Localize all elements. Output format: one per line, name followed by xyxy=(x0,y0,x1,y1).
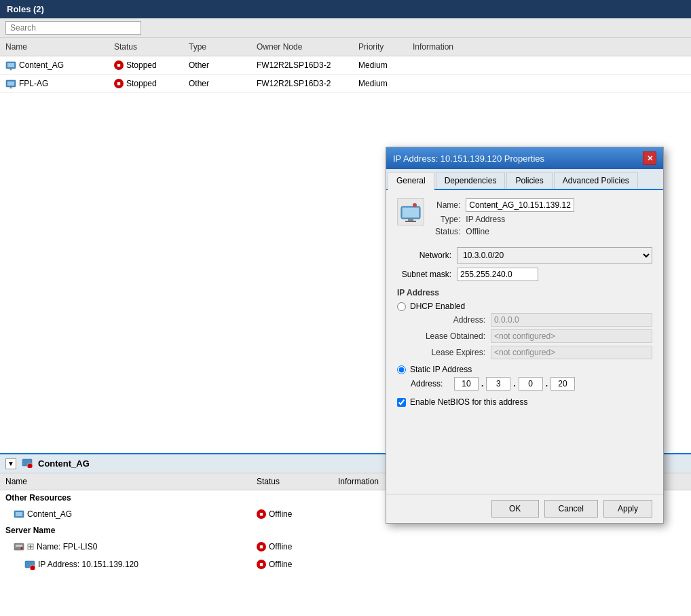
row-priority-fpl-ag: Medium xyxy=(353,77,407,90)
netbios-label[interactable]: Enable NetBIOS for this address xyxy=(410,397,527,407)
item-info-ip xyxy=(333,563,691,566)
list-item[interactable]: Name: FPL-LIS0 ■ Offline xyxy=(0,538,691,556)
expand-button[interactable]: ▼ xyxy=(5,458,16,469)
ip-address-section-title: IP Address xyxy=(397,288,652,297)
role-icon xyxy=(5,60,16,71)
svg-rect-8 xyxy=(408,219,413,221)
offline-icon: ■ xyxy=(257,542,266,551)
ok-button[interactable]: OK xyxy=(491,500,539,518)
server-name-label: Server Name xyxy=(0,523,691,538)
lease-obtained-field xyxy=(491,329,652,343)
search-bar xyxy=(0,18,691,38)
name-label: Name: xyxy=(435,200,460,210)
radio-group: DHCP Enabled Address: Lease Obtained: Le… xyxy=(397,302,652,391)
tab-dependencies[interactable]: Dependencies xyxy=(436,172,506,189)
dialog-close-button[interactable]: ✕ xyxy=(643,151,656,165)
dialog-title-bar: IP Address: 10.151.139.120 Properties ✕ xyxy=(386,147,663,169)
dialog-footer: OK Cancel Apply xyxy=(386,494,663,523)
svg-rect-16 xyxy=(16,545,22,547)
network-select[interactable]: 10.3.0.0/20 xyxy=(457,247,652,264)
col-header-info: Information xyxy=(407,41,691,53)
lease-obtained-label: Lease Obtained: xyxy=(411,331,485,341)
ip-dot-1: . xyxy=(481,379,483,388)
type-label: Type: xyxy=(435,215,460,224)
dhcp-label[interactable]: DHCP Enabled xyxy=(410,302,465,311)
bottom-panel-icon xyxy=(22,457,33,470)
item-info-fpl-lis0 xyxy=(333,545,691,548)
static-radio[interactable] xyxy=(397,365,406,374)
svg-rect-14 xyxy=(16,512,22,516)
ip-octet-4[interactable] xyxy=(550,377,575,391)
resource-icon xyxy=(14,509,24,520)
status-label: Status: xyxy=(435,227,460,236)
col-header-priority: Priority xyxy=(353,41,407,53)
static-address-label: Address: xyxy=(411,379,451,388)
svg-rect-7 xyxy=(403,208,419,217)
row-type-content-ag: Other xyxy=(183,59,251,71)
svg-point-2 xyxy=(10,69,12,71)
subnet-input[interactable] xyxy=(457,268,538,281)
tab-advanced-policies[interactable]: Advanced Policies xyxy=(554,172,638,189)
name-input[interactable] xyxy=(466,198,574,212)
static-label[interactable]: Static IP Address xyxy=(410,365,472,374)
row-priority-content-ag: Medium xyxy=(353,59,407,71)
stop-icon: ■ xyxy=(114,60,124,70)
item-name-content-ag: Content_AG xyxy=(0,507,251,521)
subnet-label: Subnet mask: xyxy=(397,270,451,279)
dialog-tabs: General Dependencies Policies Advanced P… xyxy=(386,169,663,190)
row-content-ag-name: Content_AG xyxy=(19,60,64,70)
ip-dot-3: . xyxy=(546,379,548,388)
svg-point-10 xyxy=(413,203,417,207)
row-status-fpl-ag: ■ Stopped xyxy=(109,77,183,90)
status-value: Offline xyxy=(466,227,574,236)
dhcp-radio[interactable] xyxy=(397,302,406,311)
apply-button[interactable]: Apply xyxy=(603,500,652,518)
offline-icon: ■ xyxy=(257,560,266,569)
table-row[interactable]: FPL-AG ■ Stopped Other FW12R2LSP16D3-2 M… xyxy=(0,75,691,93)
lease-expires-field xyxy=(491,346,652,359)
table-header: Name Status Type Owner Node Priority Inf… xyxy=(0,38,691,56)
server-icon xyxy=(14,541,24,552)
network-row: Network: 10.3.0.0/20 xyxy=(397,247,652,264)
subnet-row: Subnet mask: xyxy=(397,268,652,281)
dhcp-radio-row: DHCP Enabled xyxy=(397,302,652,311)
search-input[interactable] xyxy=(5,21,141,35)
cancel-button[interactable]: Cancel xyxy=(544,500,598,518)
row-type-fpl-ag: Other xyxy=(183,77,251,90)
item-status-ip: ■ Offline xyxy=(251,558,333,570)
table-row[interactable]: Content_AG ■ Stopped Other FW12R2LSP16D3… xyxy=(0,56,691,75)
lease-expires-label: Lease Expires: xyxy=(411,348,485,357)
resource-icon-box xyxy=(397,198,424,225)
address-field xyxy=(491,313,652,327)
row-owner-content-ag: FW12R2LSP16D3-2 xyxy=(251,59,353,71)
svg-rect-4 xyxy=(7,81,14,86)
title-bar: Roles (2) xyxy=(0,0,691,18)
item-status-content-ag: ■ Offline xyxy=(251,508,333,520)
netbios-checkbox[interactable] xyxy=(397,398,406,407)
ip-octet-2[interactable] xyxy=(486,377,510,391)
stop-icon: ■ xyxy=(114,79,124,88)
resource-fields: Name: Type: IP Address Status: Offline xyxy=(435,198,574,236)
col-header-name: Name xyxy=(0,41,109,53)
type-value: IP Address xyxy=(466,215,574,224)
dhcp-fields: Address: Lease Obtained: Lease Expires: xyxy=(411,313,652,359)
tab-general[interactable]: General xyxy=(388,172,434,190)
roles-area: Name Status Type Owner Node Priority Inf… xyxy=(0,38,691,147)
svg-point-5 xyxy=(10,87,12,89)
row-fpl-ag-name: FPL-AG xyxy=(19,79,48,88)
item-name-fpl-lis0: Name: FPL-LIS0 xyxy=(0,540,251,554)
title-bar-text: Roles (2) xyxy=(7,4,44,14)
ip-octet-3[interactable] xyxy=(519,377,543,391)
offline-icon: ■ xyxy=(257,509,266,519)
bottom-panel-title: Content_AG xyxy=(38,458,90,469)
svg-rect-1 xyxy=(7,63,14,67)
ip-octet-1[interactable] xyxy=(454,377,479,391)
row-owner-fpl-ag: FW12R2LSP16D3-2 xyxy=(251,77,353,90)
bcol-header-name: Name xyxy=(0,475,251,488)
svg-point-12 xyxy=(27,463,33,468)
tab-policies[interactable]: Policies xyxy=(506,172,552,189)
list-item[interactable]: IP Address: 10.151.139.120 ■ Offline xyxy=(0,556,691,573)
row-status-content-ag: ■ Stopped xyxy=(109,59,183,71)
expand-icon: ▼ xyxy=(7,460,14,467)
network-label: Network: xyxy=(397,251,451,260)
